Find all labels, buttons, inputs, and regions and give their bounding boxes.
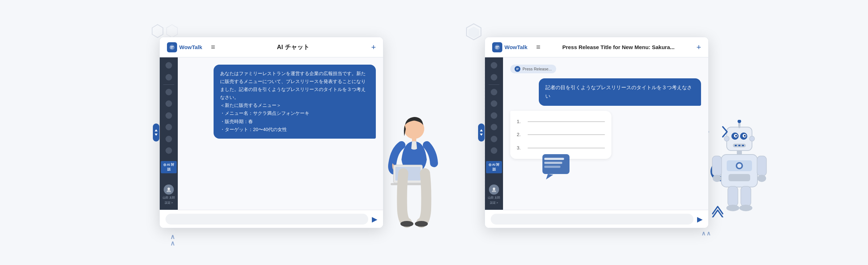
svg-marker-1	[167, 25, 177, 38]
svg-rect-19	[391, 183, 425, 185]
ai-response-2: 1. 2. 3.	[510, 111, 611, 159]
svg-text:∧: ∧	[170, 233, 175, 240]
svg-point-46	[735, 135, 737, 137]
svg-point-41	[738, 120, 741, 123]
svg-rect-62	[728, 186, 738, 206]
hamburger-icon-1[interactable]: ≡	[211, 43, 215, 51]
svg-point-60	[713, 175, 721, 182]
avatar-2	[489, 184, 499, 195]
sidebar-2-item-6[interactable]	[487, 123, 500, 131]
sidebar-item-5[interactable]	[162, 111, 175, 120]
chat-title-2: Press Release Title for New Menu: Sakura…	[546, 44, 691, 50]
svg-text:∧: ∧	[701, 230, 706, 236]
new-chat-button-1[interactable]: +	[371, 43, 376, 52]
svg-point-33	[493, 187, 495, 190]
sidebar-2-item-1[interactable]	[487, 61, 500, 70]
sidebar-2-item-8[interactable]	[487, 146, 500, 155]
chat-messages-2: Press Release... 記者の目を引くようなプレスリリースのタイトルを…	[503, 57, 708, 210]
sidebar-item-4[interactable]	[162, 99, 175, 108]
sidebar-item-7[interactable]	[162, 135, 175, 143]
right-nav-arrow[interactable]	[721, 125, 729, 140]
user-message-2: 記者の目を引くようなプレスリリースのタイトルを３つ考えなさい	[539, 78, 701, 106]
new-chat-button-2[interactable]: +	[696, 43, 701, 52]
svg-rect-58	[712, 156, 722, 176]
sidebar-item-6[interactable]	[162, 123, 175, 131]
avatar-name-1: 山田 太郎	[163, 196, 175, 200]
svg-point-67	[749, 136, 755, 141]
sidebar-2-item-4[interactable]	[487, 99, 500, 108]
svg-text:∧: ∧	[170, 240, 175, 246]
press-tag-label: Press Release...	[523, 67, 552, 71]
sidebar-item-2[interactable]	[162, 73, 175, 81]
send-button-2[interactable]: ▶	[697, 215, 702, 223]
svg-rect-49	[735, 145, 737, 146]
chat-messages-1: あなたはファミリーレストランを運営する企業の広報担当です。新たに販売するメニュー…	[178, 57, 383, 210]
person-illustration	[383, 109, 439, 232]
chat-header-1: WowTalk ≡ AI チャット +	[160, 37, 383, 57]
svg-point-13	[169, 44, 175, 49]
sidebar-item-8[interactable]	[162, 146, 175, 155]
panel2-left-nav[interactable]	[478, 123, 485, 142]
wowtalk-name-2: WowTalk	[504, 44, 528, 50]
svg-rect-57	[729, 174, 750, 181]
sidebar-item-1[interactable]	[162, 61, 175, 70]
svg-point-32	[495, 44, 500, 49]
svg-marker-23	[468, 27, 479, 38]
send-button-1[interactable]: ▶	[372, 215, 377, 223]
chat-title-1: AI チャット	[221, 43, 365, 51]
svg-point-21	[415, 221, 428, 227]
wowtalk-logo-icon-1	[167, 42, 177, 52]
svg-rect-51	[742, 145, 744, 146]
avatar-section-2: 山田 太郎 設定 >	[488, 184, 500, 205]
svg-point-56	[737, 164, 742, 168]
hamburger-icon-2[interactable]: ≡	[536, 43, 541, 51]
svg-point-64	[726, 205, 739, 211]
ai-response-line-3: 3.	[517, 143, 605, 153]
speech-bubble-illustration	[541, 152, 573, 181]
wowtalk-logo-2: WowTalk	[492, 42, 528, 52]
svg-rect-59	[757, 156, 766, 176]
svg-point-14	[167, 187, 170, 190]
press-release-tag: Press Release...	[510, 65, 556, 73]
wowtalk-logo-icon-2	[492, 42, 502, 52]
chat-body-1: ◎ AI 対話 山田 太郎 設定 >	[160, 57, 383, 210]
settings-link-1[interactable]: 設定 >	[165, 201, 173, 205]
chat-input-1[interactable]	[166, 214, 368, 225]
sidebar-2-item-2[interactable]	[487, 73, 500, 81]
settings-link-2[interactable]: 設定 >	[490, 201, 498, 205]
avatar-name-2: 山田 太郎	[488, 196, 500, 200]
ai-tab-2[interactable]: ◎ AI 対話	[486, 161, 502, 173]
wowtalk-logo-1: WowTalk	[167, 42, 202, 52]
sidebar-2-item-5[interactable]	[487, 111, 500, 120]
chat-input-2[interactable]	[491, 214, 693, 225]
wowtalk-name-1: WowTalk	[179, 44, 202, 50]
avatar-section-1: 山田 太郎 設定 >	[163, 184, 175, 205]
sidebar-2-item-7[interactable]	[487, 135, 500, 143]
svg-point-47	[744, 135, 746, 137]
left-nav-arrows[interactable]	[153, 123, 159, 142]
svg-point-65	[739, 205, 752, 211]
sidebar-2-item-3[interactable]	[487, 88, 500, 96]
svg-point-61	[757, 175, 766, 182]
ai-response-line-2: 2.	[517, 130, 605, 140]
sidebar-item-3[interactable]	[162, 88, 175, 96]
sidebar-1: ◎ AI 対話 山田 太郎 設定 >	[160, 57, 178, 210]
chat-window-2: WowTalk ≡ Press Release Title for New Me…	[485, 37, 709, 228]
svg-rect-50	[738, 145, 740, 146]
avatar-1	[164, 184, 174, 195]
press-tag-icon	[515, 66, 520, 72]
svg-rect-35	[544, 158, 564, 160]
chat-header-2: WowTalk ≡ Press Release Title for New Me…	[485, 37, 708, 57]
right-nav-double-arrows[interactable]	[710, 204, 725, 217]
user-message-1: あなたはファミリーレストランを運営する企業の広報担当です。新たに販売するメニュー…	[214, 65, 376, 139]
ai-tab-1[interactable]: ◎ AI 対話	[161, 161, 177, 173]
chat-input-bar-1: ▶	[160, 210, 383, 228]
svg-rect-36	[544, 162, 562, 164]
svg-marker-0	[152, 25, 163, 38]
sidebar-2: ◎ AI 対話 山田 太郎 設定 >	[485, 57, 503, 210]
svg-rect-34	[542, 154, 570, 174]
svg-text:∧: ∧	[706, 230, 711, 236]
chat-body-2: ◎ AI 対話 山田 太郎 設定 >	[485, 57, 708, 210]
svg-point-20	[400, 221, 413, 227]
chat-input-bar-2: ▶	[485, 210, 708, 228]
